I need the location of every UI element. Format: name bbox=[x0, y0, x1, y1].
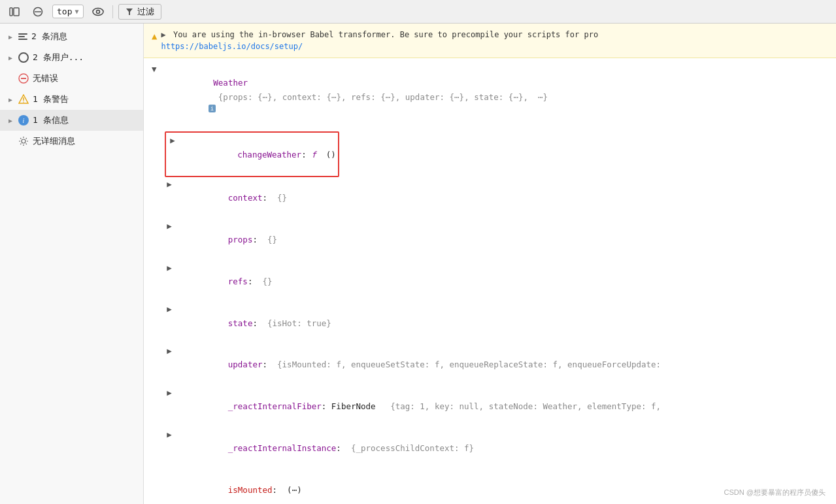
change-weather-instance-box: ▶ changeWeather: f () bbox=[165, 131, 339, 177]
svg-point-5 bbox=[96, 10, 99, 13]
warning-icon bbox=[18, 94, 29, 105]
toolbar-separator bbox=[112, 5, 113, 18]
react-fiber-text: _reactInternalFiber: FiberNode {tag: 1, … bbox=[174, 386, 661, 428]
props-text: props: {} bbox=[174, 219, 277, 261]
sidebar-item-info[interactable]: ▶ i 1 条信息 bbox=[0, 110, 143, 131]
props-expand[interactable]: ▶ bbox=[165, 219, 174, 233]
no-verbose-label: 无详细消息 bbox=[33, 135, 75, 147]
refs-text: refs: {} bbox=[174, 261, 273, 303]
refs-line: ▶ refs: {} bbox=[165, 261, 828, 303]
no-errors-label: 无错误 bbox=[33, 73, 58, 84]
sidebar: ▶ 2 条消息 ▶ 2 条用户... 无错误 ▶ bbox=[0, 24, 144, 504]
sidebar-toggle-button[interactable] bbox=[5, 3, 24, 21]
is-mounted-line: isMounted: (⋯) bbox=[165, 469, 828, 504]
context-text: context: {} bbox=[174, 177, 287, 219]
weather-expand[interactable]: ▼ bbox=[152, 62, 157, 76]
content-panel: ▲ ▶ You are using the in-browser Babel t… bbox=[144, 24, 836, 504]
react-instance-expand[interactable]: ▶ bbox=[165, 428, 174, 441]
info-label: 1 条信息 bbox=[33, 114, 69, 126]
filter-label: 过滤 bbox=[137, 6, 154, 18]
react-fiber-line: ▶ _reactInternalFiber: FiberNode {tag: 1… bbox=[165, 386, 828, 428]
user-messages-arrow: ▶ bbox=[7, 54, 14, 61]
updater-line: ▶ updater: {isMounted: f, enqueueSetStat… bbox=[165, 344, 828, 386]
weather-label: Weather {props: {⋯}, context: {⋯}, refs:… bbox=[159, 62, 553, 131]
svg-rect-0 bbox=[10, 8, 12, 16]
state-line: ▶ state: {isHot: true} bbox=[165, 302, 828, 344]
context-label: top bbox=[57, 7, 72, 16]
main-area: ▶ 2 条消息 ▶ 2 条用户... 无错误 ▶ bbox=[0, 24, 836, 504]
block-button[interactable] bbox=[29, 3, 47, 21]
svg-marker-6 bbox=[126, 8, 133, 15]
messages-arrow: ▶ bbox=[7, 33, 14, 41]
refs-expand[interactable]: ▶ bbox=[165, 261, 174, 275]
messages-label: 2 条消息 bbox=[31, 31, 67, 42]
state-expand[interactable]: ▶ bbox=[165, 302, 174, 316]
change-weather-expand[interactable]: ▶ bbox=[168, 133, 177, 147]
eye-button[interactable] bbox=[89, 3, 107, 21]
gear-icon bbox=[18, 136, 29, 146]
warning-triangle-icon: ▲ bbox=[152, 29, 157, 43]
warnings-arrow: ▶ bbox=[7, 96, 14, 103]
warning-banner: ▲ ▶ You are using the in-browser Babel t… bbox=[144, 24, 836, 58]
svg-rect-1 bbox=[14, 8, 19, 16]
context-expand[interactable]: ▶ bbox=[165, 177, 174, 191]
warning-text: ▶ You are using the in-browser Babel tra… bbox=[161, 29, 598, 52]
list-icon bbox=[18, 33, 27, 40]
sidebar-icon bbox=[9, 7, 20, 17]
context-selector[interactable]: top ▼ bbox=[52, 5, 84, 18]
info-badge: i bbox=[209, 105, 216, 112]
react-instance-line: ▶ _reactInternalInstance: {_processChild… bbox=[165, 428, 828, 469]
updater-expand[interactable]: ▶ bbox=[165, 344, 174, 358]
react-fiber-expand[interactable]: ▶ bbox=[165, 386, 174, 399]
context-dropdown-arrow: ▼ bbox=[75, 8, 78, 15]
sidebar-item-no-errors[interactable]: 无错误 bbox=[0, 68, 143, 89]
warning-message: You are using the in-browser Babel trans… bbox=[173, 30, 598, 39]
eye-icon bbox=[92, 7, 105, 17]
watermark: CSDN @想要暴富的程序员傻头 bbox=[724, 488, 826, 497]
is-mounted-text: isMounted: (⋯) bbox=[174, 469, 302, 504]
change-weather-instance-line: ▶ changeWeather: f () bbox=[165, 131, 828, 177]
object-tree: ▼ Weather {props: {⋯}, context: {⋯}, ref… bbox=[144, 58, 836, 504]
info-arrow: ▶ bbox=[7, 117, 14, 124]
props-line: ▶ props: {} bbox=[165, 219, 828, 261]
user-messages-label: 2 条用户... bbox=[33, 52, 84, 63]
weather-header-line: ▼ Weather {props: {⋯}, context: {⋯}, ref… bbox=[152, 62, 828, 131]
no-entry-icon bbox=[18, 73, 29, 84]
user-icon bbox=[18, 52, 29, 63]
context-line: ▶ context: {} bbox=[165, 177, 828, 219]
filter-button[interactable]: 过滤 bbox=[118, 4, 161, 20]
toolbar: top ▼ 过滤 bbox=[0, 0, 836, 24]
babel-link[interactable]: https://babeljs.io/docs/setup/ bbox=[161, 42, 303, 51]
svg-point-4 bbox=[93, 8, 103, 15]
state-text: state: {isHot: true} bbox=[174, 302, 331, 344]
info-icon: i bbox=[18, 115, 29, 126]
warnings-label: 1 条警告 bbox=[33, 93, 69, 105]
sidebar-item-user-messages[interactable]: ▶ 2 条用户... bbox=[0, 47, 143, 68]
is-mounted-placeholder bbox=[165, 469, 174, 482]
block-icon bbox=[33, 7, 43, 17]
filter-icon bbox=[125, 8, 133, 16]
sidebar-item-warnings[interactable]: ▶ 1 条警告 bbox=[0, 89, 143, 110]
sidebar-item-messages[interactable]: ▶ 2 条消息 bbox=[0, 26, 143, 47]
warning-expand-arrow[interactable]: ▶ bbox=[161, 30, 165, 39]
change-weather-instance-text: changeWeather: f () bbox=[178, 133, 336, 175]
react-instance-text: _reactInternalInstance: {_processChildCo… bbox=[174, 428, 474, 469]
sidebar-item-no-verbose[interactable]: 无详细消息 bbox=[0, 131, 143, 152]
updater-text: updater: {isMounted: f, enqueueSetState:… bbox=[174, 344, 661, 386]
svg-point-12 bbox=[22, 139, 25, 143]
svg-point-11 bbox=[23, 101, 24, 103]
